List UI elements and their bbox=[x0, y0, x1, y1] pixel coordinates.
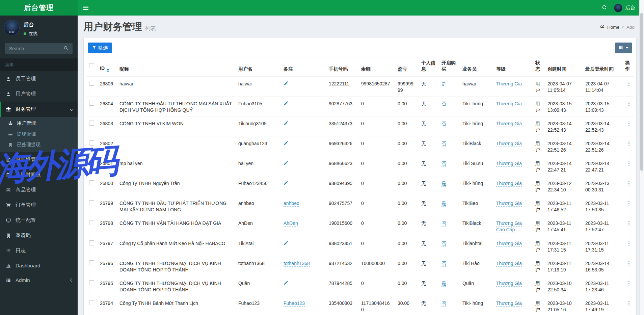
toggle-buy-link[interactable]: 否 bbox=[441, 161, 446, 167]
row-actions-button[interactable]: ⋮ bbox=[625, 261, 633, 266]
columns-button[interactable] bbox=[615, 43, 632, 53]
sidebar-item-staff[interactable]: 员工管理 bbox=[0, 71, 78, 86]
toggle-buy-link[interactable]: 否 bbox=[441, 241, 446, 247]
row-actions-button[interactable]: ⋮ bbox=[625, 81, 633, 86]
row-actions-button[interactable]: ⋮ bbox=[625, 220, 633, 226]
sidebar-toggle-button[interactable] bbox=[78, 0, 94, 16]
note-link[interactable]: anhbeo bbox=[284, 201, 299, 207]
sidebar-subitem-user-finance[interactable]: 用户管理 bbox=[0, 118, 78, 129]
edit-note-button[interactable] bbox=[284, 121, 289, 126]
sidebar-item-timeslot-secondary[interactable]: 二级时间段 bbox=[0, 167, 78, 182]
topbar-user-menu[interactable]: 后台 bbox=[614, 4, 635, 12]
sidebar-item-unified-config[interactable]: 统一配置 bbox=[0, 213, 78, 228]
level-link[interactable]: Thương Gia bbox=[496, 241, 522, 247]
level-link[interactable]: Thương Gia bbox=[496, 121, 522, 127]
cell-buy: 否 bbox=[439, 256, 460, 276]
search-input[interactable] bbox=[5, 43, 59, 54]
row-checkbox[interactable] bbox=[89, 260, 94, 265]
sidebar-item-products[interactable]: 商品管理 bbox=[0, 182, 78, 198]
sidebar-item-timeslot-mgmt[interactable]: 时间段管理 bbox=[0, 152, 78, 167]
cell-note: anhbeo bbox=[281, 196, 326, 216]
row-actions-button[interactable]: ⋮ bbox=[625, 161, 633, 166]
toggle-buy-link[interactable]: 否 bbox=[441, 141, 446, 147]
row-actions-button[interactable]: ⋮ bbox=[625, 281, 633, 286]
page-scrollbar[interactable] bbox=[639, 0, 644, 315]
row-actions-button[interactable]: ⋮ bbox=[625, 300, 633, 306]
cell-info: 无 bbox=[419, 256, 439, 276]
row-actions-button[interactable]: ⋮ bbox=[625, 121, 633, 126]
row-actions-button[interactable]: ⋮ bbox=[625, 241, 633, 246]
level-link[interactable]: Thương Gia bbox=[496, 201, 522, 207]
edit-note-button[interactable] bbox=[284, 101, 289, 106]
level-link[interactable]: Thương Gia bbox=[496, 261, 522, 267]
edit-note-button[interactable] bbox=[284, 140, 289, 146]
sidebar-item-dashboard[interactable]: Dashboard bbox=[0, 258, 78, 273]
row-checkbox[interactable] bbox=[89, 140, 94, 146]
cell-level: Thương Gia bbox=[493, 156, 533, 176]
row-checkbox[interactable] bbox=[89, 240, 94, 245]
sidebar-user-status: 在线 bbox=[24, 31, 37, 37]
row-checkbox[interactable] bbox=[89, 280, 94, 285]
breadcrumb-home[interactable]: Home bbox=[607, 25, 619, 30]
sidebar-item-users[interactable]: 用户管理 bbox=[0, 86, 78, 102]
level-link[interactable]: Thương Gia bbox=[496, 281, 522, 287]
sidebar-item-logs[interactable]: 日志 bbox=[0, 243, 78, 258]
edit-note-button[interactable] bbox=[284, 240, 289, 245]
edit-note-button[interactable] bbox=[284, 280, 289, 285]
row-checkbox[interactable] bbox=[89, 101, 94, 106]
finance-submenu: 用户管理 提现管理 已处理提现 bbox=[0, 117, 78, 152]
row-checkbox[interactable] bbox=[89, 200, 94, 205]
sidebar-subitem-processed-withdraw[interactable]: 已处理提现 bbox=[0, 139, 78, 150]
toggle-buy-link[interactable]: 否 bbox=[441, 121, 446, 127]
level-link[interactable]: Thương Gia bbox=[496, 81, 522, 87]
toggle-buy-link[interactable]: 否 bbox=[441, 220, 446, 227]
level-link[interactable]: Thương Gia bbox=[496, 161, 522, 167]
sidebar-item-admin[interactable]: Admin bbox=[0, 273, 78, 287]
row-checkbox[interactable] bbox=[89, 300, 94, 305]
row-checkbox[interactable] bbox=[89, 81, 94, 86]
row-checkbox[interactable] bbox=[89, 220, 94, 225]
cell-actions: ⋮ bbox=[622, 97, 634, 116]
sidebar-item-orders[interactable]: 订单管理 bbox=[0, 198, 78, 213]
brand-logo[interactable]: 后台管理 bbox=[0, 0, 78, 16]
level-link[interactable]: Thương Gia Cao Cấp bbox=[496, 220, 522, 233]
search-button[interactable] bbox=[59, 46, 73, 52]
row-actions-button[interactable]: ⋮ bbox=[625, 141, 633, 146]
cell-id: 26801 bbox=[97, 156, 117, 176]
refresh-icon bbox=[601, 4, 607, 11]
toggle-buy-link[interactable]: 是 bbox=[441, 181, 446, 187]
level-link[interactable]: Thương Gia bbox=[496, 101, 522, 107]
toggle-buy-link[interactable]: 否 bbox=[441, 101, 446, 107]
row-actions-button[interactable]: ⋮ bbox=[625, 101, 633, 106]
toggle-buy-link[interactable]: 否 bbox=[441, 300, 446, 307]
level-link[interactable]: Thương Gia bbox=[496, 181, 522, 187]
level-link[interactable]: Thương Gia bbox=[496, 300, 522, 307]
toggle-buy-link[interactable]: 是 bbox=[441, 281, 446, 287]
row-checkbox[interactable] bbox=[89, 180, 94, 185]
cell-last-login: 2023-03-13 00:30:31 bbox=[583, 176, 622, 196]
col-id[interactable]: ID bbox=[97, 57, 117, 77]
note-link[interactable]: Fuhao123 bbox=[284, 300, 305, 307]
select-all-checkbox[interactable] bbox=[89, 63, 94, 68]
toggle-buy-link[interactable]: 是 bbox=[441, 201, 446, 207]
row-checkbox[interactable] bbox=[89, 160, 94, 165]
cell-status: 用户 bbox=[533, 116, 545, 136]
sidebar-subitem-withdraw[interactable]: 提现管理 bbox=[0, 129, 78, 139]
sidebar-item-invite-codes[interactable]: 邀请码 bbox=[0, 228, 78, 243]
row-checkbox[interactable] bbox=[89, 121, 94, 126]
sidebar-item-finance[interactable]: 财务管理 bbox=[0, 102, 78, 117]
filter-button[interactable]: 筛选 bbox=[88, 43, 112, 53]
scrollbar-thumb[interactable] bbox=[640, 13, 643, 171]
cell-last-login: 2023-03-11 17:50:35 bbox=[583, 196, 622, 216]
refresh-button[interactable] bbox=[600, 3, 609, 12]
note-link[interactable]: tothanh1368 bbox=[284, 261, 310, 267]
toggle-buy-link[interactable]: 否 bbox=[441, 261, 446, 267]
row-actions-button[interactable]: ⋮ bbox=[625, 181, 633, 186]
edit-note-button[interactable] bbox=[284, 180, 289, 185]
edit-note-button[interactable] bbox=[284, 160, 289, 165]
level-link[interactable]: Thương Gia bbox=[496, 141, 522, 147]
edit-note-button[interactable] bbox=[284, 81, 289, 86]
note-link[interactable]: AhĐen bbox=[284, 220, 298, 227]
toggle-buy-link[interactable]: 是 bbox=[441, 81, 446, 87]
row-actions-button[interactable]: ⋮ bbox=[625, 201, 633, 206]
